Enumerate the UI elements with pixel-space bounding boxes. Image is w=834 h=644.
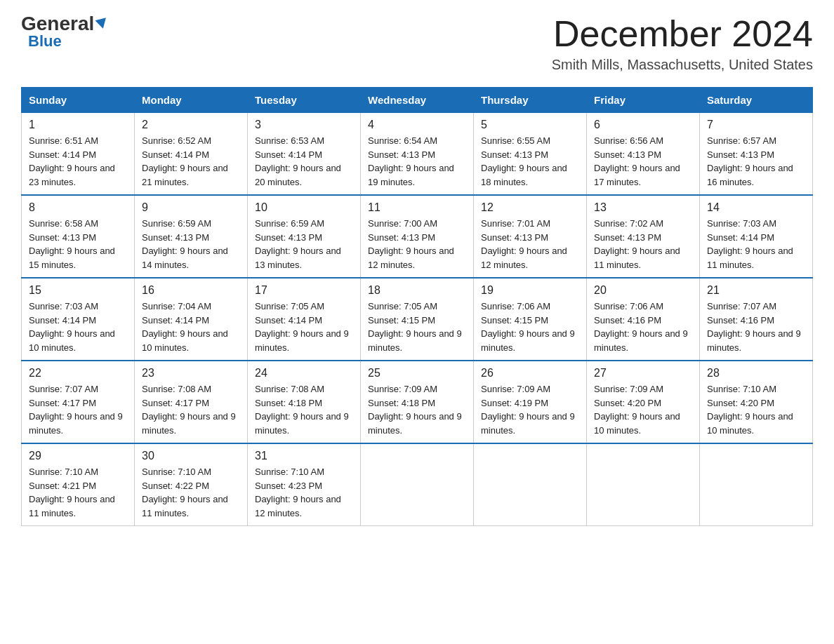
- day-info: Sunrise: 7:06 AMSunset: 4:16 PMDaylight:…: [594, 300, 692, 354]
- calendar-cell: 11Sunrise: 7:00 AMSunset: 4:13 PMDayligh…: [361, 195, 474, 278]
- day-number: 23: [142, 367, 240, 380]
- day-number: 14: [707, 201, 805, 214]
- day-number: 18: [368, 284, 466, 297]
- day-info: Sunrise: 7:07 AMSunset: 4:17 PMDaylight:…: [29, 382, 127, 437]
- day-info: Sunrise: 7:08 AMSunset: 4:17 PMDaylight:…: [142, 382, 240, 437]
- day-info: Sunrise: 7:09 AMSunset: 4:18 PMDaylight:…: [368, 382, 466, 437]
- calendar-cell: 21Sunrise: 7:07 AMSunset: 4:16 PMDayligh…: [700, 278, 813, 361]
- calendar-cell: 20Sunrise: 7:06 AMSunset: 4:16 PMDayligh…: [587, 278, 700, 361]
- calendar-cell: 25Sunrise: 7:09 AMSunset: 4:18 PMDayligh…: [361, 361, 474, 443]
- day-number: 25: [368, 367, 466, 380]
- calendar-cell: [474, 443, 587, 526]
- calendar-cell: 18Sunrise: 7:05 AMSunset: 4:15 PMDayligh…: [361, 278, 474, 361]
- day-number: 1: [29, 119, 127, 131]
- calendar-cell: 28Sunrise: 7:10 AMSunset: 4:20 PMDayligh…: [700, 361, 813, 443]
- page-header: General Blue December 2024 Smith Mills, …: [21, 14, 813, 73]
- day-info: Sunrise: 6:56 AMSunset: 4:13 PMDaylight:…: [594, 134, 692, 189]
- weekday-header-row: SundayMondayTuesdayWednesdayThursdayFrid…: [22, 88, 813, 112]
- day-info: Sunrise: 7:07 AMSunset: 4:16 PMDaylight:…: [707, 300, 805, 354]
- day-number: 11: [368, 201, 466, 214]
- day-info: Sunrise: 6:57 AMSunset: 4:13 PMDaylight:…: [707, 134, 805, 189]
- calendar-cell: 5Sunrise: 6:55 AMSunset: 4:13 PMDaylight…: [474, 112, 587, 195]
- day-number: 30: [142, 450, 240, 462]
- calendar-cell: 9Sunrise: 6:59 AMSunset: 4:13 PMDaylight…: [135, 195, 248, 278]
- calendar-cell: 7Sunrise: 6:57 AMSunset: 4:13 PMDaylight…: [700, 112, 813, 195]
- day-info: Sunrise: 6:52 AMSunset: 4:14 PMDaylight:…: [142, 134, 240, 189]
- calendar-cell: 17Sunrise: 7:05 AMSunset: 4:14 PMDayligh…: [248, 278, 361, 361]
- day-number: 24: [255, 367, 353, 380]
- day-number: 31: [255, 450, 353, 462]
- calendar-week-row: 8Sunrise: 6:58 AMSunset: 4:13 PMDaylight…: [22, 195, 813, 278]
- day-number: 7: [707, 119, 805, 131]
- day-info: Sunrise: 7:04 AMSunset: 4:14 PMDaylight:…: [142, 300, 240, 354]
- weekday-header-saturday: Saturday: [700, 88, 813, 112]
- calendar-cell: [361, 443, 474, 526]
- day-number: 2: [142, 119, 240, 131]
- calendar-cell: 2Sunrise: 6:52 AMSunset: 4:14 PMDaylight…: [135, 112, 248, 195]
- day-info: Sunrise: 7:02 AMSunset: 4:13 PMDaylight:…: [594, 217, 692, 271]
- calendar-cell: 10Sunrise: 6:59 AMSunset: 4:13 PMDayligh…: [248, 195, 361, 278]
- day-number: 9: [142, 201, 240, 214]
- weekday-header-wednesday: Wednesday: [361, 88, 474, 112]
- day-info: Sunrise: 7:08 AMSunset: 4:18 PMDaylight:…: [255, 382, 353, 437]
- day-info: Sunrise: 7:03 AMSunset: 4:14 PMDaylight:…: [29, 300, 127, 354]
- month-title: December 2024: [552, 14, 813, 54]
- calendar-week-row: 1Sunrise: 6:51 AMSunset: 4:14 PMDaylight…: [22, 112, 813, 195]
- day-number: 13: [594, 201, 692, 214]
- day-info: Sunrise: 7:00 AMSunset: 4:13 PMDaylight:…: [368, 217, 466, 271]
- calendar-cell: 3Sunrise: 6:53 AMSunset: 4:14 PMDaylight…: [248, 112, 361, 195]
- day-number: 4: [368, 119, 466, 131]
- day-number: 12: [481, 201, 579, 214]
- day-number: 8: [29, 201, 127, 214]
- calendar-table: SundayMondayTuesdayWednesdayThursdayFrid…: [21, 87, 813, 526]
- day-info: Sunrise: 7:01 AMSunset: 4:13 PMDaylight:…: [481, 217, 579, 271]
- day-number: 16: [142, 284, 240, 297]
- day-number: 3: [255, 119, 353, 131]
- calendar-cell: 6Sunrise: 6:56 AMSunset: 4:13 PMDaylight…: [587, 112, 700, 195]
- day-info: Sunrise: 7:05 AMSunset: 4:14 PMDaylight:…: [255, 300, 353, 354]
- day-info: Sunrise: 6:53 AMSunset: 4:14 PMDaylight:…: [255, 134, 353, 189]
- logo-general-text: General: [21, 14, 107, 34]
- calendar-cell: 4Sunrise: 6:54 AMSunset: 4:13 PMDaylight…: [361, 112, 474, 195]
- calendar-cell: 26Sunrise: 7:09 AMSunset: 4:19 PMDayligh…: [474, 361, 587, 443]
- title-block: December 2024 Smith Mills, Massachusetts…: [552, 14, 813, 73]
- calendar-cell: 24Sunrise: 7:08 AMSunset: 4:18 PMDayligh…: [248, 361, 361, 443]
- day-number: 6: [594, 119, 692, 131]
- day-number: 26: [481, 367, 579, 380]
- day-number: 21: [707, 284, 805, 297]
- day-info: Sunrise: 6:59 AMSunset: 4:13 PMDaylight:…: [142, 217, 240, 271]
- day-number: 17: [255, 284, 353, 297]
- day-number: 10: [255, 201, 353, 214]
- day-number: 19: [481, 284, 579, 297]
- day-info: Sunrise: 7:05 AMSunset: 4:15 PMDaylight:…: [368, 300, 466, 354]
- day-info: Sunrise: 7:03 AMSunset: 4:14 PMDaylight:…: [707, 217, 805, 271]
- day-info: Sunrise: 7:10 AMSunset: 4:22 PMDaylight:…: [142, 465, 240, 520]
- calendar-cell: [700, 443, 813, 526]
- day-info: Sunrise: 6:54 AMSunset: 4:13 PMDaylight:…: [368, 134, 466, 189]
- calendar-cell: 13Sunrise: 7:02 AMSunset: 4:13 PMDayligh…: [587, 195, 700, 278]
- calendar-cell: 1Sunrise: 6:51 AMSunset: 4:14 PMDaylight…: [22, 112, 135, 195]
- day-info: Sunrise: 6:55 AMSunset: 4:13 PMDaylight:…: [481, 134, 579, 189]
- day-number: 20: [594, 284, 692, 297]
- day-info: Sunrise: 7:06 AMSunset: 4:15 PMDaylight:…: [481, 300, 579, 354]
- calendar-cell: 19Sunrise: 7:06 AMSunset: 4:15 PMDayligh…: [474, 278, 587, 361]
- calendar-cell: 22Sunrise: 7:07 AMSunset: 4:17 PMDayligh…: [22, 361, 135, 443]
- day-info: Sunrise: 6:58 AMSunset: 4:13 PMDaylight:…: [29, 217, 127, 271]
- weekday-header-tuesday: Tuesday: [248, 88, 361, 112]
- day-number: 5: [481, 119, 579, 131]
- calendar-cell: 8Sunrise: 6:58 AMSunset: 4:13 PMDaylight…: [22, 195, 135, 278]
- day-info: Sunrise: 7:10 AMSunset: 4:20 PMDaylight:…: [707, 382, 805, 437]
- calendar-cell: 15Sunrise: 7:03 AMSunset: 4:14 PMDayligh…: [22, 278, 135, 361]
- day-number: 29: [29, 450, 127, 462]
- calendar-cell: 27Sunrise: 7:09 AMSunset: 4:20 PMDayligh…: [587, 361, 700, 443]
- day-info: Sunrise: 6:51 AMSunset: 4:14 PMDaylight:…: [29, 134, 127, 189]
- calendar-cell: 23Sunrise: 7:08 AMSunset: 4:17 PMDayligh…: [135, 361, 248, 443]
- calendar-cell: 16Sunrise: 7:04 AMSunset: 4:14 PMDayligh…: [135, 278, 248, 361]
- logo: General Blue: [21, 14, 107, 49]
- calendar-cell: 29Sunrise: 7:10 AMSunset: 4:21 PMDayligh…: [22, 443, 135, 526]
- location-subtitle: Smith Mills, Massachusetts, United State…: [552, 57, 813, 73]
- calendar-week-row: 15Sunrise: 7:03 AMSunset: 4:14 PMDayligh…: [22, 278, 813, 361]
- day-number: 27: [594, 367, 692, 380]
- day-info: Sunrise: 6:59 AMSunset: 4:13 PMDaylight:…: [255, 217, 353, 271]
- day-info: Sunrise: 7:09 AMSunset: 4:19 PMDaylight:…: [481, 382, 579, 437]
